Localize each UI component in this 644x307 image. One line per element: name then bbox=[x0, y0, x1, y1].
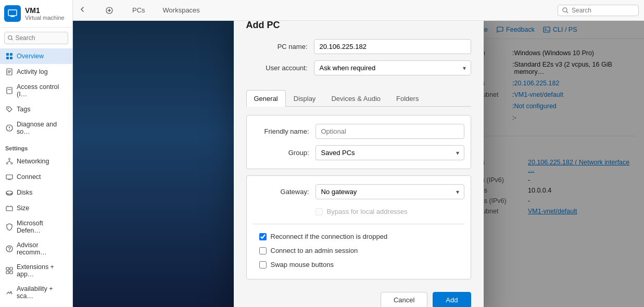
top-search-input[interactable] bbox=[572, 7, 634, 14]
sidebar-item-overview[interactable]: Overview bbox=[0, 48, 72, 64]
pc-name-row: PC name: bbox=[246, 39, 471, 54]
swap-checkbox[interactable] bbox=[259, 261, 267, 268]
tab-devices-audio[interactable]: Devices & Audio bbox=[323, 90, 388, 107]
svg-rect-37 bbox=[6, 271, 9, 274]
sidebar-search-input[interactable] bbox=[15, 34, 65, 42]
svg-rect-38 bbox=[10, 271, 12, 274]
app-icon bbox=[4, 5, 21, 22]
group-label: Group: bbox=[253, 149, 315, 157]
sidebar: VM1 Virtual machine Overview Activity lo… bbox=[0, 0, 73, 307]
sidebar-search-box[interactable] bbox=[4, 32, 68, 44]
user-account-control: Ask when required Add User Account... bbox=[314, 60, 471, 75]
top-bar: PCs Workspaces bbox=[73, 0, 644, 21]
modal-footer: Cancel Add bbox=[234, 286, 484, 307]
content-area: Open in mobile Feedback CLI / PS Operati… bbox=[73, 21, 644, 307]
main-area: PCs Workspaces Open in mobile Feedback bbox=[73, 0, 644, 307]
add-pc-modal: Add PC PC name: User account: bbox=[234, 21, 484, 307]
tab-general[interactable]: General bbox=[246, 90, 286, 107]
sidebar-item-connect[interactable]: Connect bbox=[0, 169, 72, 185]
gateway-row: Gateway: No gateway bbox=[253, 184, 464, 199]
sidebar-item-label: Overview bbox=[17, 53, 44, 60]
svg-point-20 bbox=[6, 163, 8, 164]
sidebar-item-size[interactable]: Size bbox=[0, 200, 72, 216]
svg-rect-6 bbox=[10, 53, 12, 56]
back-btn bbox=[78, 5, 95, 15]
sidebar-item-configuration[interactable]: Configuration bbox=[0, 303, 72, 307]
sidebar-item-label: Extensions + app… bbox=[17, 263, 67, 278]
cancel-button[interactable]: Cancel bbox=[381, 292, 427, 307]
modal-body: PC name: User account: Ask when required… bbox=[234, 39, 484, 90]
sidebar-item-access-control[interactable]: Access control (I… bbox=[0, 80, 72, 101]
defender-icon bbox=[5, 223, 14, 231]
svg-point-19 bbox=[9, 158, 10, 160]
sidebar-item-tags[interactable]: Tags bbox=[0, 101, 72, 117]
friendly-name-control bbox=[315, 124, 464, 139]
sidebar-item-extensions[interactable]: Extensions + app… bbox=[0, 260, 72, 282]
reconnect-checkbox[interactable] bbox=[259, 233, 267, 240]
swap-row: Swap mouse buttons bbox=[259, 259, 464, 271]
sidebar-item-defender[interactable]: Microsoft Defen… bbox=[0, 216, 72, 238]
sidebar-item-label: Size bbox=[17, 204, 29, 212]
sidebar-header: VM1 Virtual machine bbox=[0, 0, 72, 28]
sidebar-item-label: Advisor recomm… bbox=[17, 241, 67, 256]
svg-rect-7 bbox=[6, 57, 9, 59]
tab-folders[interactable]: Folders bbox=[388, 90, 426, 107]
sidebar-item-networking[interactable]: Networking bbox=[0, 154, 72, 169]
tab-display[interactable]: Display bbox=[286, 90, 324, 107]
svg-rect-30 bbox=[6, 207, 12, 211]
sidebar-item-diagnose[interactable]: Diagnose and so… bbox=[0, 117, 72, 139]
sidebar-item-disks[interactable]: Disks bbox=[0, 185, 72, 200]
friendly-name-input[interactable] bbox=[315, 124, 464, 139]
tab-pcs[interactable]: PCs bbox=[124, 3, 154, 17]
sidebar-item-advisor[interactable]: Advisor recomm… bbox=[0, 238, 72, 260]
bypass-checkbox-row: Bypass for local addresses bbox=[315, 206, 408, 218]
pc-name-input[interactable] bbox=[314, 39, 471, 54]
svg-rect-35 bbox=[6, 267, 9, 270]
gateway-label: Gateway: bbox=[253, 188, 315, 196]
top-search-box[interactable] bbox=[558, 5, 639, 16]
top-form-section: Friendly name: Group: Saved PCs No Group bbox=[246, 115, 471, 169]
gateway-select[interactable]: No gateway bbox=[315, 184, 464, 199]
svg-rect-36 bbox=[10, 267, 12, 270]
friendly-name-label: Friendly name: bbox=[253, 127, 315, 135]
svg-rect-2 bbox=[11, 16, 14, 17]
access-control-icon bbox=[5, 86, 14, 95]
bypass-label: Bypass for local addresses bbox=[327, 208, 408, 215]
group-select[interactable]: Saved PCs No Group bbox=[315, 145, 464, 160]
bypass-checkbox[interactable] bbox=[315, 208, 323, 215]
svg-rect-25 bbox=[6, 175, 12, 179]
sidebar-item-label: Microsoft Defen… bbox=[17, 220, 67, 234]
tags-icon bbox=[5, 105, 14, 113]
friendly-name-row: Friendly name: bbox=[253, 124, 464, 139]
sidebar-item-activity-log[interactable]: Activity log bbox=[0, 64, 72, 80]
svg-point-27 bbox=[6, 191, 12, 194]
svg-rect-5 bbox=[6, 53, 9, 56]
modal-tabs: General Display Devices & Audio Folders bbox=[246, 90, 471, 107]
availability-icon bbox=[5, 288, 14, 297]
svg-line-4 bbox=[11, 39, 13, 41]
sidebar-item-availability[interactable]: Availability + sca… bbox=[0, 282, 72, 303]
extensions-icon bbox=[5, 266, 14, 275]
swap-label: Swap mouse buttons bbox=[271, 261, 334, 268]
sidebar-item-label: Connect bbox=[17, 173, 41, 181]
advisor-icon bbox=[5, 245, 14, 253]
svg-point-21 bbox=[11, 163, 12, 164]
connect-icon bbox=[5, 173, 14, 181]
search-icon bbox=[8, 35, 13, 41]
activity-log-icon bbox=[5, 68, 14, 76]
svg-line-44 bbox=[566, 11, 568, 13]
reconnect-label: Reconnect if the connection is dropped bbox=[271, 233, 388, 240]
sidebar-nav: Overview Activity log Access control (I…… bbox=[0, 48, 72, 307]
svg-line-24 bbox=[9, 161, 12, 163]
add-button[interactable]: Add bbox=[433, 292, 471, 307]
tab-content: Friendly name: Group: Saved PCs No Group bbox=[234, 115, 484, 279]
admin-checkbox[interactable] bbox=[259, 247, 267, 254]
svg-rect-8 bbox=[10, 57, 12, 59]
user-account-select[interactable]: Ask when required Add User Account... bbox=[314, 60, 471, 75]
gateway-control: No gateway bbox=[315, 184, 464, 199]
sidebar-item-label: Activity log bbox=[17, 68, 48, 75]
svg-point-34 bbox=[9, 250, 9, 251]
user-account-label: User account: bbox=[246, 64, 314, 72]
sidebar-item-label: Tags bbox=[17, 106, 30, 113]
tab-workspaces[interactable]: Workspaces bbox=[155, 3, 208, 17]
